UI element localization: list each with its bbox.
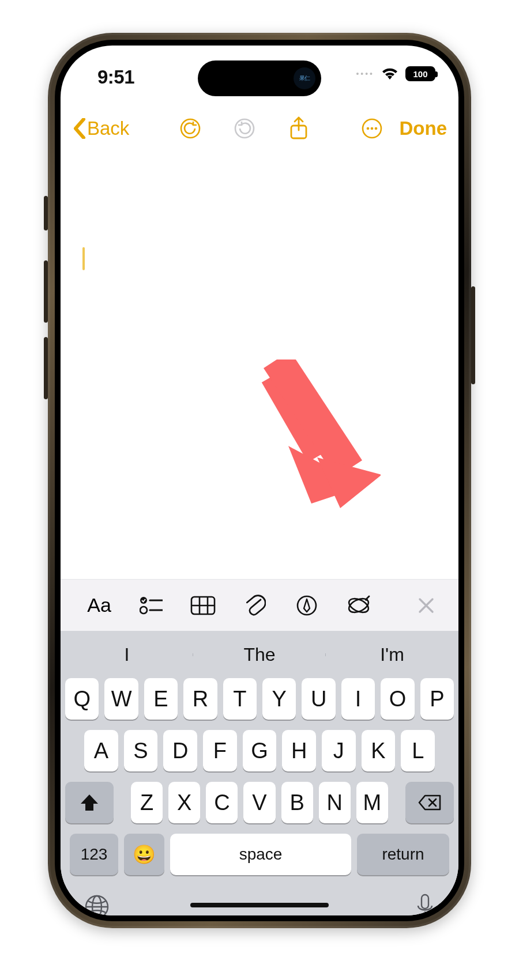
- svg-point-11: [140, 597, 147, 604]
- share-button[interactable]: [287, 117, 310, 140]
- key-g[interactable]: G: [243, 730, 277, 771]
- table-button[interactable]: [190, 592, 216, 619]
- key-o[interactable]: O: [381, 678, 414, 720]
- status-bar: 9:51 •••• 100: [61, 46, 458, 103]
- keyboard: I The I'm Q W E R T Y U I O P: [61, 631, 458, 915]
- back-button[interactable]: Back: [72, 118, 129, 139]
- key-a[interactable]: A: [84, 730, 118, 771]
- back-label: Back: [87, 118, 129, 139]
- microphone-icon: [415, 893, 435, 915]
- svg-point-4: [366, 127, 369, 130]
- key-b[interactable]: B: [281, 782, 313, 823]
- magic-wand-icon: [346, 594, 371, 617]
- chevron-left-icon: [72, 118, 86, 139]
- markup-button[interactable]: [294, 592, 320, 619]
- key-r[interactable]: R: [183, 678, 217, 720]
- globe-key[interactable]: [84, 894, 110, 915]
- globe-icon: [84, 894, 110, 915]
- svg-point-12: [140, 607, 147, 614]
- key-l[interactable]: L: [401, 730, 435, 771]
- paperclip-icon: [244, 593, 266, 618]
- key-q[interactable]: Q: [65, 678, 99, 720]
- key-t[interactable]: T: [223, 678, 257, 720]
- key-x[interactable]: X: [168, 782, 200, 823]
- format-toolbar: Aa: [61, 579, 458, 631]
- pen-circle-icon: [296, 595, 318, 616]
- key-h[interactable]: H: [282, 730, 316, 771]
- key-v[interactable]: V: [243, 782, 275, 823]
- text-style-button[interactable]: Aa: [86, 592, 112, 619]
- key-i[interactable]: I: [341, 678, 375, 720]
- done-button[interactable]: Done: [400, 118, 447, 139]
- checklist-button[interactable]: [138, 592, 164, 619]
- key-row-1: Q W E R T Y U I O P: [65, 678, 454, 720]
- key-row-3: Z X C V B N M: [65, 782, 454, 823]
- svg-point-6: [374, 127, 377, 130]
- key-j[interactable]: J: [322, 730, 356, 771]
- key-e[interactable]: E: [144, 678, 178, 720]
- key-d[interactable]: D: [163, 730, 197, 771]
- backspace-key[interactable]: [405, 782, 454, 823]
- close-icon: [418, 597, 435, 614]
- cellular-dots-icon: ••••: [356, 69, 374, 78]
- key-f[interactable]: F: [203, 730, 237, 771]
- svg-point-25: [92, 896, 101, 915]
- attachment-button[interactable]: [242, 592, 268, 619]
- status-time: 9:51: [97, 66, 134, 88]
- home-indicator[interactable]: [190, 903, 329, 907]
- backspace-icon: [418, 794, 441, 811]
- key-w[interactable]: W: [104, 678, 138, 720]
- checklist-icon: [140, 596, 163, 615]
- svg-point-5: [370, 127, 373, 130]
- emoji-key[interactable]: 😀: [124, 834, 164, 875]
- key-k[interactable]: K: [362, 730, 396, 771]
- prediction-1[interactable]: I: [61, 644, 193, 665]
- more-button[interactable]: [360, 117, 383, 140]
- space-key[interactable]: space: [170, 834, 351, 875]
- ellipsis-circle-icon: [361, 118, 383, 139]
- svg-point-23: [366, 599, 368, 601]
- close-toolbar-button[interactable]: [413, 593, 439, 618]
- mute-switch[interactable]: [44, 196, 48, 230]
- key-n[interactable]: N: [319, 782, 351, 823]
- svg-rect-27: [422, 895, 428, 909]
- prediction-2[interactable]: The: [193, 644, 326, 665]
- text-style-icon: Aa: [87, 594, 111, 616]
- text-cursor: [82, 247, 85, 270]
- key-s[interactable]: S: [124, 730, 158, 771]
- key-u[interactable]: U: [302, 678, 335, 720]
- phone-frame: 果仁 9:51 •••• 100: [48, 33, 471, 928]
- volume-up-button[interactable]: [44, 260, 48, 323]
- screen: 果仁 9:51 •••• 100: [61, 46, 458, 915]
- share-icon: [289, 116, 309, 141]
- return-key[interactable]: return: [357, 834, 449, 875]
- power-button[interactable]: [471, 286, 475, 384]
- numbers-key[interactable]: 123: [70, 834, 118, 875]
- key-z[interactable]: Z: [131, 782, 163, 823]
- key-m[interactable]: M: [356, 782, 388, 823]
- prediction-bar: I The I'm: [61, 631, 458, 678]
- image-playground-button[interactable]: [345, 592, 372, 619]
- keyboard-bottom-bar: [61, 881, 458, 915]
- key-row-4: 123 😀 space return: [65, 834, 454, 875]
- emoji-icon: 😀: [133, 843, 156, 865]
- key-row-2: A S D F G H J K L: [65, 730, 454, 771]
- shift-icon: [80, 793, 99, 812]
- wifi-icon: [381, 67, 398, 80]
- note-editor[interactable]: [61, 172, 458, 579]
- battery-icon: 100: [405, 66, 435, 81]
- undo-button[interactable]: [179, 117, 202, 140]
- redo-icon: [234, 118, 255, 139]
- undo-icon: [179, 118, 201, 139]
- key-c[interactable]: C: [206, 782, 238, 823]
- dictation-key[interactable]: [415, 893, 435, 915]
- redo-button: [233, 117, 256, 140]
- key-p[interactable]: P: [420, 678, 454, 720]
- prediction-3[interactable]: I'm: [326, 644, 458, 665]
- volume-down-button[interactable]: [44, 337, 48, 399]
- nav-bar: Back: [61, 110, 458, 147]
- table-icon: [190, 596, 216, 615]
- key-y[interactable]: Y: [262, 678, 296, 720]
- shift-key[interactable]: [65, 782, 114, 823]
